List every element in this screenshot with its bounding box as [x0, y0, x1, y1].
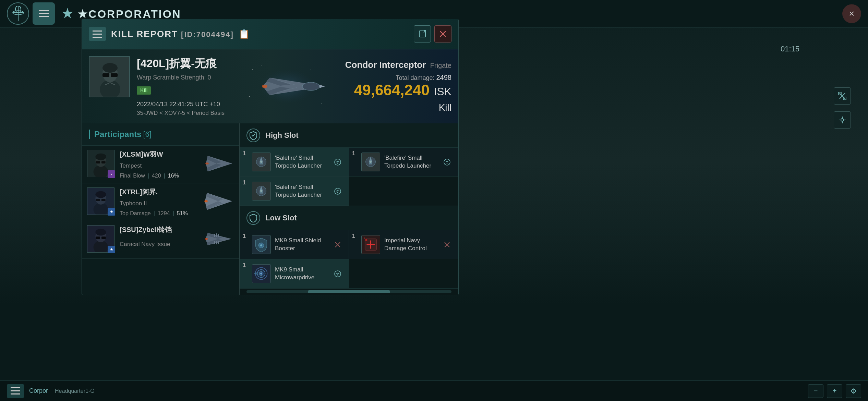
logo-button[interactable]	[7, 2, 29, 25]
bottom-menu-button[interactable]	[7, 384, 24, 398]
slot-item[interactable]: 1 Imperial Na	[349, 230, 458, 259]
participant-stats: Top Damage | 1294 | 51%	[120, 210, 203, 217]
top-close-button[interactable]: ×	[842, 4, 861, 23]
kill-datetime: 2022/04/13 22:41:25 UTC +10	[137, 101, 229, 108]
svg-rect-60	[214, 234, 215, 237]
low-slot-title: Low Slot	[265, 214, 297, 222]
bottom-zoom-in[interactable]: +	[827, 384, 842, 398]
svg-point-85	[260, 190, 262, 192]
export-button[interactable]	[414, 25, 431, 42]
content-area: Participants [6]	[82, 123, 458, 295]
side-icon-settings[interactable]	[834, 111, 851, 129]
microwarpdrive-icon	[252, 264, 271, 283]
participant-details: [XTRL]阿昇. Typhoon II Top Damage | 1294 |…	[120, 187, 203, 217]
kill-type: Kill	[345, 102, 451, 113]
participant-row[interactable]: ▪ [XLSM]W羽W Tempest Final Blow | 420 | 1…	[82, 146, 239, 183]
star-icon: ★	[62, 7, 73, 21]
high-slot-shield-icon	[246, 129, 260, 142]
high-slot-items: 1 'Balefire' SmallTorpedo Launcher	[240, 147, 458, 206]
participant-ship-thumbnail	[203, 187, 234, 215]
panel-title: KILL REPORT [ID:7004494] 📋	[111, 29, 414, 39]
svg-point-54	[95, 229, 106, 236]
low-slot-shield-icon	[246, 211, 260, 225]
svg-point-105	[260, 272, 262, 275]
slot-item[interactable]: 1 'Balefire' SmallTorpedo Launcher	[349, 147, 458, 177]
svg-marker-22	[320, 85, 325, 88]
svg-rect-43	[96, 199, 100, 201]
participants-count: [6]	[143, 130, 151, 139]
bottom-corp-label: Corpor	[29, 387, 48, 394]
participant-stats: Final Blow | 420 | 16%	[120, 173, 203, 179]
torpedo-launcher-icon	[361, 153, 380, 171]
svg-point-23	[252, 69, 253, 70]
high-slot-header: High Slot	[240, 123, 458, 147]
equipment-panel: High Slot 1	[240, 123, 458, 295]
slot-item-remove-action[interactable]	[331, 239, 343, 251]
slot-item-name: 'Balefire' SmallTorpedo Launcher	[275, 154, 331, 169]
svg-rect-34	[101, 161, 106, 163]
svg-point-79	[444, 159, 450, 165]
svg-point-78	[370, 161, 372, 163]
top-menu-button[interactable]	[33, 2, 55, 25]
svg-point-97	[365, 239, 367, 241]
slot-item-add-action[interactable]	[331, 185, 343, 197]
svg-point-32	[95, 154, 106, 160]
participant-name: [XTRL]阿昇.	[120, 187, 203, 197]
svg-point-25	[311, 69, 311, 70]
victim-avatar	[89, 56, 130, 97]
slot-item-name: 'Balefire' SmallTorpedo Launcher	[275, 183, 331, 198]
slot-item-name: Imperial NavyDamage Control	[384, 237, 441, 252]
svg-point-73	[337, 162, 338, 163]
slot-item[interactable]: 1 MK9 Small ShieldBooster	[240, 230, 349, 259]
svg-point-72	[335, 159, 341, 165]
slot-item-add-action[interactable]	[441, 156, 453, 168]
slot-item[interactable]: 1 'Balefire' SmallTorpedo Launcher	[240, 147, 349, 177]
victim-name: [420L]折翼-无痕	[137, 56, 229, 71]
damage-control-icon	[361, 235, 380, 254]
slot-item-add-action[interactable]	[331, 156, 343, 168]
bottom-zoom-out[interactable]: −	[808, 384, 823, 398]
participant-ship: Caracal Navy Issue	[120, 241, 203, 248]
participant-row[interactable]: ★ [SSU]Zybell铃铛 Caracal Navy Issue	[82, 221, 239, 259]
section-accent	[89, 130, 90, 139]
svg-point-19	[262, 85, 267, 88]
ship-display	[236, 56, 338, 117]
svg-point-66	[205, 238, 208, 240]
isk-label: ISK	[434, 85, 451, 98]
copy-id-button[interactable]: 📋	[239, 29, 250, 39]
panel-actions	[414, 25, 451, 42]
slot-item[interactable]: 1	[240, 259, 349, 288]
svg-rect-61	[216, 233, 217, 237]
isk-row: 49,664,240 ISK	[345, 82, 451, 99]
slot-item-add-action[interactable]	[331, 268, 343, 280]
ship-name: Condor Interceptor	[345, 60, 426, 70]
slot-item-remove-action[interactable]	[441, 239, 453, 251]
isk-value: 49,664,240	[354, 82, 430, 98]
svg-point-80	[446, 162, 447, 163]
slot-item-name: MK9 Small ShieldBooster	[275, 237, 331, 252]
svg-point-110	[337, 274, 338, 275]
svg-rect-64	[216, 241, 217, 244]
high-slot-section: High Slot 1	[240, 123, 458, 206]
svg-point-26	[321, 103, 322, 104]
kill-info-section: [420L]折翼-无痕 Warp Scramble Strength: 0 Ki…	[82, 49, 458, 123]
participant-row[interactable]: ★ [XTRL]阿昇. Typhoon II Top Damage | 1294…	[82, 183, 239, 221]
svg-point-48	[204, 200, 208, 202]
corp-badge-star: ★	[108, 208, 115, 216]
side-icon-expand[interactable]	[834, 87, 851, 105]
svg-point-86	[335, 188, 341, 194]
svg-rect-65	[218, 241, 219, 244]
slot-item[interactable]: 1 'Balefire' SmallTorpedo Launcher	[240, 177, 349, 206]
kill-badge: Kill	[137, 86, 151, 95]
victim-info: [420L]折翼-无痕 Warp Scramble Strength: 0 Ki…	[137, 56, 229, 117]
bottom-settings[interactable]: ⚙	[846, 384, 861, 398]
panel-close-button[interactable]	[434, 25, 451, 42]
high-slot-title: High Slot	[265, 131, 299, 140]
bottom-hq-label: Headquarter1-G	[55, 388, 95, 394]
panel-menu-button[interactable]	[89, 27, 106, 41]
scrollbar[interactable]	[240, 289, 458, 295]
slot-item-name: 'Balefire' SmallTorpedo Launcher	[384, 154, 441, 169]
svg-point-18	[302, 82, 320, 90]
participant-ship-thumbnail	[203, 225, 234, 253]
svg-point-71	[260, 161, 262, 163]
